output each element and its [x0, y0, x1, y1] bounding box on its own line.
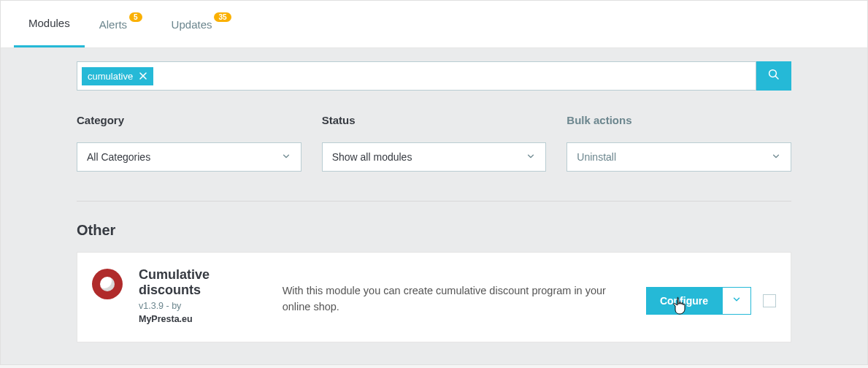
bulk-label: Bulk actions [566, 114, 791, 126]
tab-modules-label: Modules [28, 17, 70, 29]
section-title: Other [77, 222, 791, 239]
chevron-down-icon [526, 151, 536, 164]
tab-alerts[interactable]: Alerts 5 [85, 1, 157, 47]
search-chip-label: cumulative [88, 71, 133, 82]
search-chip: cumulative [82, 67, 153, 85]
module-title: Cumulative discounts [139, 267, 261, 298]
category-select[interactable]: All Categories [77, 142, 302, 172]
category-label: Category [77, 114, 302, 126]
search-icon [767, 68, 780, 84]
filter-status: Status Show all modules [322, 114, 547, 172]
module-card: Cumulative discounts v1.3.9 - by MyPrest… [77, 252, 791, 342]
chevron-down-icon [771, 151, 781, 164]
module-author: MyPresta.eu [139, 314, 261, 324]
module-description: With this module you can create cumulati… [283, 283, 624, 324]
module-meta: Cumulative discounts v1.3.9 - by MyPrest… [139, 267, 261, 324]
configure-dropdown-toggle[interactable] [722, 287, 751, 315]
tab-updates-label: Updates [172, 18, 212, 31]
card-actions: Configure [646, 277, 776, 324]
tab-updates-badge: 35 [214, 12, 231, 22]
bulk-select[interactable]: Uninstall [566, 142, 791, 172]
status-value: Show all modules [332, 151, 412, 163]
module-version: v1.3.9 - by [139, 301, 261, 311]
search-row: cumulative [77, 61, 791, 91]
module-checkbox[interactable] [763, 294, 776, 307]
tab-alerts-badge: 5 [129, 12, 142, 22]
status-label: Status [322, 114, 547, 126]
module-icon-inner [100, 277, 115, 291]
tab-alerts-label: Alerts [99, 18, 127, 31]
configure-label: Configure [660, 295, 708, 307]
svg-line-1 [775, 76, 778, 79]
module-body: Cumulative discounts v1.3.9 - by MyPrest… [139, 267, 776, 324]
status-select[interactable]: Show all modules [322, 142, 547, 172]
filters-row: Category All Categories Status Show all … [77, 114, 791, 202]
tab-modules[interactable]: Modules [14, 1, 85, 47]
module-icon [92, 269, 123, 299]
search-input[interactable]: cumulative [77, 61, 756, 91]
configure-button-group: Configure [646, 287, 751, 315]
bulk-value: Uninstall [577, 151, 616, 163]
content-area: cumulative Category All Categories [1, 61, 867, 342]
chevron-down-icon [731, 294, 742, 307]
page-container: Modules Alerts 5 Updates 35 cumulative [0, 0, 868, 365]
chevron-down-icon [281, 151, 291, 164]
configure-button[interactable]: Configure [646, 287, 722, 315]
tab-updates[interactable]: Updates 35 [157, 1, 246, 47]
category-value: All Categories [87, 151, 150, 163]
tabs-bar: Modules Alerts 5 Updates 35 [1, 1, 867, 48]
chip-remove-icon[interactable] [139, 72, 147, 80]
search-button[interactable] [756, 61, 791, 91]
filter-category: Category All Categories [77, 114, 302, 172]
filter-bulk: Bulk actions Uninstall [566, 114, 791, 172]
